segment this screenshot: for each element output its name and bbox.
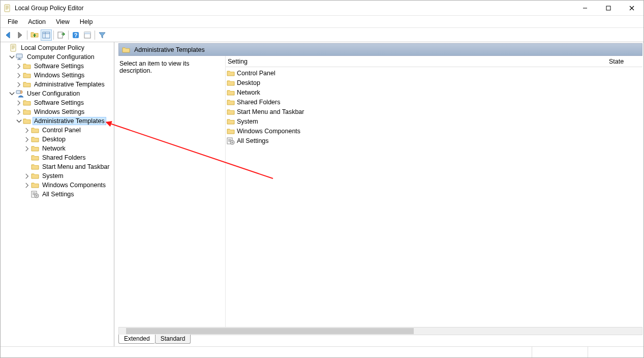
tree-label: Desktop [41,136,67,143]
tree-uc-admin-start-menu[interactable]: Start Menu and Taskbar [1,162,114,171]
collapse-icon[interactable] [16,118,22,124]
folder-icon [31,145,39,152]
tree-cc-software-settings[interactable]: Software Settings [1,62,114,71]
user-icon [16,90,24,98]
settings-list-icon [227,137,235,145]
app-icon [4,4,12,12]
tree-uc-admin-windows-components[interactable]: Windows Components [1,181,114,190]
toolbar-separator [95,31,95,40]
scrollbar-thumb[interactable] [126,328,414,334]
menu-file[interactable]: File [3,17,23,27]
tree-uc-windows-settings[interactable]: Windows Settings [1,107,114,116]
list-rows: Control Panel Desktop Network Share [226,67,642,327]
filter-button[interactable] [97,29,108,41]
list-item-start-menu[interactable]: Start Menu and Taskbar [226,107,642,116]
window-title: Local Group Policy Editor [15,5,573,12]
help-button[interactable]: ? [70,29,81,41]
list-item-system[interactable]: System [226,116,642,126]
list-item-control-panel[interactable]: Control Panel [226,68,642,78]
properties-button[interactable] [82,29,93,41]
tree-label: All Settings [41,191,75,198]
horizontal-scrollbar[interactable] [118,327,642,335]
tree-label: Local Computer Policy [20,44,85,51]
list-item-label: Network [237,89,260,96]
expand-icon[interactable] [24,127,30,133]
tree-user-configuration[interactable]: User Configuration [1,89,114,98]
tree-label: Control Panel [41,127,82,134]
list-item-label: Shared Folders [237,99,280,106]
svg-rect-30 [43,32,50,38]
tree-uc-admin-system[interactable]: System [1,171,114,181]
tree-uc-admin-control-panel[interactable]: Control Panel [1,126,114,135]
close-button[interactable] [620,1,643,16]
collapse-icon[interactable] [9,54,15,60]
minimize-button[interactable] [573,1,597,16]
description-column: Select an item to view its description. [118,56,225,327]
tree-computer-configuration[interactable]: Computer Configuration [1,52,114,62]
tree-uc-administrative-templates[interactable]: Administrative Templates [1,116,114,126]
expand-icon[interactable] [16,63,22,69]
tab-standard[interactable]: Standard [155,335,191,344]
expand-icon[interactable] [16,109,22,115]
expand-icon[interactable] [24,145,30,152]
tree-uc-software-settings[interactable]: Software Settings [1,98,114,107]
tree-cc-windows-settings[interactable]: Windows Settings [1,71,114,80]
folder-icon [23,117,31,125]
toolbar: ? [1,28,643,42]
tree-uc-admin-desktop[interactable]: Desktop [1,135,114,144]
maximize-button[interactable] [597,1,620,16]
statusbar-spacer [1,347,532,357]
folder-icon [227,108,235,115]
expand-icon[interactable] [24,136,30,142]
computer-icon [16,53,24,61]
up-button[interactable] [29,29,40,41]
tree-label: Administrative Templates [33,117,106,125]
list-item-windows-components[interactable]: Windows Components [226,126,642,136]
list-item-network[interactable]: Network [226,87,642,97]
tree-label: Network [41,145,67,152]
list-item-shared-folders[interactable]: Shared Folders [226,97,642,107]
menubar: File Action View Help [1,16,643,28]
tab-extended[interactable]: Extended [118,335,155,344]
export-button[interactable] [55,29,67,41]
expand-icon[interactable] [24,182,30,188]
expand-icon[interactable] [24,173,30,179]
tree-uc-admin-network[interactable]: Network [1,144,114,153]
tree-label: System [41,172,65,180]
folder-icon [227,70,235,77]
folder-icon [23,108,31,115]
tree-label: Computer Configuration [26,53,96,61]
list-item-label: Desktop [237,79,260,86]
collapse-icon[interactable] [9,91,15,97]
menu-view[interactable]: View [51,17,75,27]
folder-icon [31,163,39,170]
forward-button[interactable] [14,29,25,41]
column-state[interactable]: State [607,58,642,65]
back-button[interactable] [3,29,14,41]
tree-label: Software Settings [33,99,85,106]
list-item-desktop[interactable]: Desktop [226,78,642,87]
tree-label: Administrative Templates [33,81,106,88]
expand-icon[interactable] [16,72,22,78]
menu-help[interactable]: Help [75,17,98,27]
toolbar-separator [68,31,69,40]
list-item-label: Start Menu and Taskbar [237,108,304,115]
list-item-all-settings[interactable]: All Settings [226,136,642,145]
statusbar [1,346,643,357]
toolbar-separator [53,31,54,40]
menu-action[interactable]: Action [23,17,51,27]
expand-icon[interactable] [16,81,22,87]
folder-icon [31,127,39,134]
tree-cc-administrative-templates[interactable]: Administrative Templates [1,80,114,89]
expand-icon[interactable] [16,100,22,106]
navigation-tree[interactable]: Local Computer Policy Computer Configura… [1,42,114,346]
tree-root[interactable]: Local Computer Policy [1,43,114,52]
list-item-label: System [237,118,258,125]
content-pane: Administrative Templates Select an item … [114,42,643,346]
folder-icon [31,154,39,161]
tree-uc-admin-all-settings[interactable]: All Settings [1,190,114,199]
tree-uc-admin-shared-folders[interactable]: Shared Folders [1,153,114,162]
column-setting[interactable]: Setting [226,58,607,65]
show-hide-tree-button[interactable] [41,29,52,41]
folder-icon [227,79,235,86]
